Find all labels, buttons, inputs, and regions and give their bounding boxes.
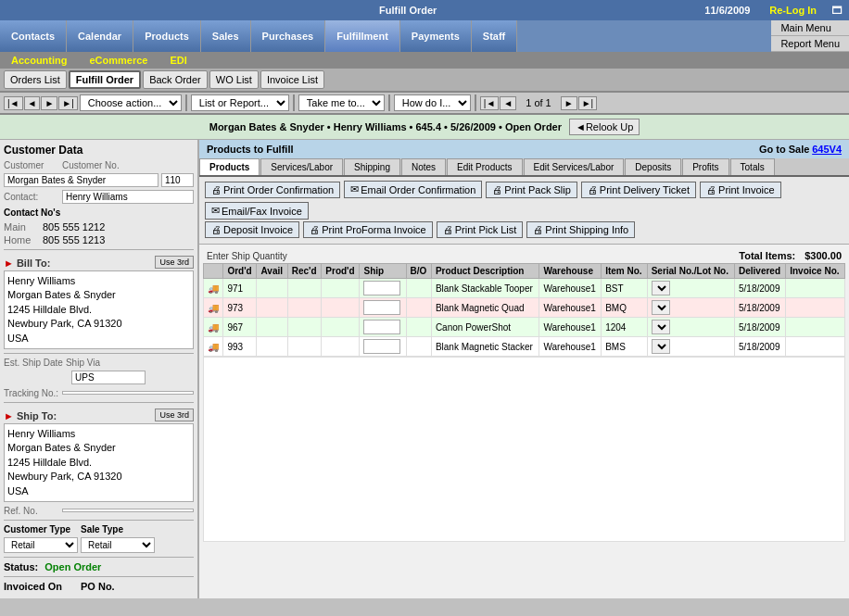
contact-label: Contact: <box>4 192 59 202</box>
page-prev-button[interactable]: ◄ <box>500 96 516 110</box>
customer-no-label: Customer No. <box>62 160 127 170</box>
row-ship[interactable] <box>360 337 406 357</box>
ship-qty-label: Enter Ship Quantity <box>203 249 291 263</box>
print-pick-list-button[interactable]: 🖨 Print Pick List <box>437 221 524 238</box>
wo-list-button[interactable]: WO List <box>209 70 259 89</box>
col-delivered: Delivered <box>735 264 786 279</box>
nav-accounting[interactable]: Accounting <box>0 52 79 69</box>
second-nav: Accounting eCommerce EDI <box>0 52 849 69</box>
nav-edi[interactable]: EDI <box>158 52 197 69</box>
total-items-label: Total Items: <box>739 250 795 261</box>
table-row: 🚚 967 Canon PowerShot Warehouse1 1204 ▼ … <box>204 318 845 337</box>
contact-name-field: Henry Williams <box>62 190 194 204</box>
deposit-invoice-button[interactable]: 🖨 Deposit Invoice <box>205 221 299 238</box>
sale-type-label: Sale Type <box>81 524 123 534</box>
row-ship[interactable] <box>360 318 406 337</box>
page-next-button[interactable]: ► <box>561 96 577 110</box>
list-or-report-select[interactable]: List or Report... <box>191 94 289 111</box>
nav-contacts[interactable]: Contacts <box>0 20 67 52</box>
ship-via-row: UPS <box>4 371 194 384</box>
email-fax-invoice-button[interactable]: ✉ Email/Fax Invoice <box>205 202 309 220</box>
type-values: Retail Retail <box>4 537 194 553</box>
print-delivery-ticket-button[interactable]: 🖨 Print Delivery Ticket <box>581 182 696 198</box>
ref-row: Ref. No. <box>4 506 194 516</box>
top-nav: Contacts Calendar Products Sales Purchas… <box>0 20 771 52</box>
tab-notes[interactable]: Notes <box>401 158 446 175</box>
back-order-button[interactable]: Back Order <box>143 70 208 89</box>
report-menu-button[interactable]: Report Menu <box>771 36 849 52</box>
choose-action-select[interactable]: Choose action... <box>80 94 182 111</box>
row-delivered: 5/18/2009 <box>735 298 786 318</box>
fulfill-order-button[interactable]: Fulfill Order <box>69 70 141 89</box>
bill-use-3rd-button[interactable]: Use 3rd <box>155 256 194 269</box>
col-prodd: Prod'd <box>322 264 360 279</box>
orders-list-button[interactable]: Orders List <box>4 70 67 89</box>
tab-edit-services-labor[interactable]: Edit Services/Labor <box>524 158 625 175</box>
main-menu-button[interactable]: Main Menu <box>771 20 849 36</box>
tab-products[interactable]: Products <box>199 158 260 175</box>
page-last-button[interactable]: ►| <box>578 96 598 110</box>
next-button[interactable]: ► <box>41 96 57 110</box>
customer-row: Customer Customer No. <box>4 160 194 170</box>
first-button[interactable]: |◄ <box>4 96 23 110</box>
tab-deposits[interactable]: Deposits <box>625 158 681 175</box>
nav-calendar[interactable]: Calendar <box>67 20 133 52</box>
nav-payments[interactable]: Payments <box>400 20 472 52</box>
sale-type-select[interactable]: Retail <box>81 537 155 553</box>
tab-edit-products[interactable]: Edit Products <box>447 158 522 175</box>
total-value: $300.00 <box>805 250 842 261</box>
page-first-button[interactable]: |◄ <box>480 96 500 110</box>
ship-via-label: Ship Via <box>66 358 121 368</box>
row-invoiceno <box>786 337 845 357</box>
last-button[interactable]: ►| <box>58 96 78 110</box>
customer-label: Customer <box>4 160 59 170</box>
tab-totals[interactable]: Totals <box>730 158 775 175</box>
row-bo <box>406 298 431 318</box>
bill-to-label: ► Bill To: <box>4 258 50 269</box>
nav-ecommerce[interactable]: eCommerce <box>79 52 159 69</box>
ship-date-row: Est. Ship Date Ship Via <box>4 358 194 368</box>
take-me-to-select[interactable]: Take me to... <box>298 94 385 111</box>
nav-fulfillment[interactable]: Fulfillment <box>325 20 400 52</box>
relook-button[interactable]: ◄Relook Up <box>569 119 640 135</box>
sep3 <box>388 94 390 111</box>
row-ship[interactable] <box>360 279 406 298</box>
col-itemno: Item No. <box>602 264 648 279</box>
tab-services-labor[interactable]: Services/Labor <box>260 158 343 175</box>
nav-staff[interactable]: Staff <box>472 20 517 52</box>
ship-to-header: ► Ship To: Use 3rd <box>4 407 194 423</box>
tab-profits[interactable]: Profits <box>682 158 729 175</box>
nav-sales[interactable]: Sales <box>201 20 251 52</box>
how-do-i-select[interactable]: How do I... <box>394 94 471 111</box>
col-desc: Product Description <box>431 264 539 279</box>
table-row: 🚚 993 Blank Magnetic Stacker Warehouse1 … <box>204 337 845 357</box>
row-invoiceno <box>786 318 845 337</box>
prev-button[interactable]: ◄ <box>24 96 41 110</box>
row-warehouse: Warehouse1 <box>539 318 602 337</box>
row-icon: 🚚 <box>204 318 223 337</box>
table-body: 🚚 971 Blank Stackable Tooper Warehouse1 … <box>204 279 845 357</box>
nav-products[interactable]: Products <box>133 20 201 52</box>
go-to-sale-link[interactable]: 645V4 <box>812 144 842 155</box>
print-order-confirmation-button[interactable]: 🖨 Print Order Confirmation <box>205 182 340 198</box>
ship-use-3rd-button[interactable]: Use 3rd <box>155 409 194 421</box>
row-prodd <box>322 337 360 357</box>
window-icon: 🗖 <box>831 5 842 16</box>
contact-grid: Main 805 555 1212 Home 805 555 1213 <box>4 221 194 245</box>
row-recd <box>287 279 322 298</box>
nav-purchases[interactable]: Purchases <box>251 20 326 52</box>
email-order-confirmation-button[interactable]: ✉ Email Order Confirmation <box>344 181 482 198</box>
row-prodd <box>322 298 360 318</box>
row-ship[interactable] <box>360 298 406 318</box>
invoice-list-button[interactable]: Invoice List <box>260 70 324 89</box>
print-proforma-invoice-button[interactable]: 🖨 Print ProForma Invoice <box>303 221 432 238</box>
print-shipping-info-button[interactable]: 🖨 Print Shipping Info <box>526 221 635 238</box>
relog-button[interactable]: Re-Log In <box>764 3 822 18</box>
row-seriallot: ▼ <box>647 337 734 357</box>
empty-rows <box>203 357 845 542</box>
print-invoice-button[interactable]: 🖨 Print Invoice <box>700 182 781 198</box>
customer-type-select[interactable]: Retail <box>4 537 78 553</box>
print-pack-slip-button[interactable]: 🖨 Print Pack Slip <box>486 182 577 198</box>
tab-shipping[interactable]: Shipping <box>344 158 400 175</box>
printer-icon-5: 🖨 <box>211 224 222 235</box>
